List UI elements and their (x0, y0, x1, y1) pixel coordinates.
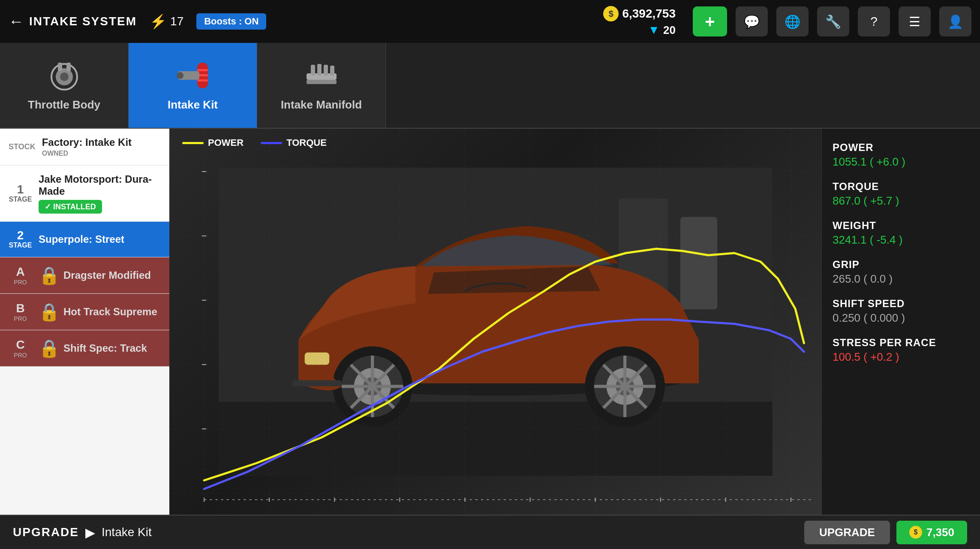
menu-button[interactable]: ☰ (899, 6, 931, 36)
list-item-pro-c[interactable]: C PRO 🔒 Shift Spec: Track (0, 330, 169, 367)
menu-icon: ☰ (909, 14, 920, 29)
gem-currency: ▼ 20 (648, 23, 676, 37)
torque-value: 867.0 ( +5.7 ) (833, 194, 969, 208)
profile-button[interactable]: 👤 (939, 6, 971, 36)
chart-legend: POWER TORQUE (182, 137, 327, 148)
installed-badge: ✓ INSTALLED (39, 200, 102, 214)
grip-label: GRIP (833, 259, 969, 271)
chat-icon: 💬 (744, 14, 760, 29)
shift-speed-value: 0.250 ( 0.000 ) (833, 311, 969, 325)
svg-point-2 (60, 72, 69, 81)
tab-intake-manifold-label: Intake Manifold (281, 98, 362, 112)
stress-value: 100.5 ( +0.2 ) (833, 350, 969, 364)
legend-torque: TORQUE (261, 137, 327, 148)
tab-throttle-body[interactable]: Throttle Body (0, 43, 129, 128)
stage2-name: Superpole: Street (39, 233, 161, 245)
legend-torque-label: TORQUE (286, 137, 327, 148)
grip-value: 265.0 ( 0.0 ) (833, 272, 969, 286)
stock-item-name: Factory: Intake Kit (42, 136, 161, 148)
legend-power-label: POWER (208, 137, 243, 148)
legend-power: POWER (182, 137, 243, 148)
svg-rect-4 (66, 63, 71, 71)
pro-c-badge: C PRO (9, 338, 32, 359)
torque-label: TORQUE (833, 181, 969, 193)
svg-rect-16 (307, 80, 337, 84)
intake-manifold-icon (300, 60, 343, 94)
list-item-stage1[interactable]: 1 STAGE Jake Motorsport: Dura-Made ✓ INS… (0, 166, 169, 222)
lock-icon-a: 🔒 (39, 265, 60, 286)
add-currency-button[interactable]: + (693, 6, 727, 36)
back-arrow-icon: ← (9, 12, 25, 30)
pro-c-info: 🔒 Shift Spec: Track (39, 338, 161, 359)
tab-intake-kit-label: Intake Kit (168, 98, 218, 112)
upgrade-label: UPGRADE (13, 525, 79, 539)
pro-a-badge: A PRO (9, 265, 32, 286)
pro-a-name: 🔒 Dragster Modified (39, 265, 161, 286)
stat-grip: GRIP 265.0 ( 0.0 ) (833, 259, 969, 286)
wrench-button[interactable]: 🔧 (817, 6, 849, 36)
tabs-row: Throttle Body Intake Kit (0, 43, 980, 129)
svg-rect-14 (324, 65, 328, 75)
stat-shift-speed: SHIFT SPEED 0.250 ( 0.000 ) (833, 298, 969, 325)
pro-b-name: 🔒 Hot Track Supreme (39, 302, 161, 322)
upgrade-grey-button[interactable]: UPGRADE (804, 521, 890, 544)
svg-rect-8 (197, 79, 208, 81)
stat-stress: STRESS PER RACE 100.5 ( +0.2 ) (833, 337, 969, 364)
power-line-indicator (182, 142, 204, 144)
gem-icon: ▼ (648, 23, 660, 37)
boost-badge[interactable]: Boosts : ON (196, 13, 266, 30)
play-icon: ▶ (85, 525, 95, 540)
list-item-pro-b[interactable]: B PRO 🔒 Hot Track Supreme (0, 294, 169, 330)
bottom-bar: UPGRADE ▶ Intake Kit UPGRADE $ 7,350 (0, 515, 980, 549)
lightning-badge: ⚡ 17 (150, 13, 183, 30)
torque-line-indicator (261, 142, 282, 144)
list-item-stage2[interactable]: 2 STAGE Superpole: Street (0, 222, 169, 257)
tab-intake-manifold[interactable]: Intake Manifold (257, 43, 386, 128)
main-content: STOCK Factory: Intake Kit OWNED 1 STAGE … (0, 129, 980, 515)
svg-rect-3 (58, 63, 62, 71)
list-item-stock[interactable]: STOCK Factory: Intake Kit OWNED (0, 129, 169, 166)
weight-value: 3241.1 ( -5.4 ) (833, 233, 969, 247)
stat-torque: TORQUE 867.0 ( +5.7 ) (833, 181, 969, 208)
power-value: 1055.1 ( +6.0 ) (833, 155, 969, 169)
lightning-icon: ⚡ (150, 13, 167, 30)
header: ← INTAKE SYSTEM ⚡ 17 Boosts : ON $ 6,392… (0, 0, 980, 43)
list-item-pro-a[interactable]: A PRO 🔒 Dragster Modified (0, 257, 169, 294)
chart-svg (169, 129, 821, 515)
back-button[interactable]: ← INTAKE SYSTEM (9, 12, 137, 30)
pro-a-info: 🔒 Dragster Modified (39, 265, 161, 286)
gold-coin-icon: $ (603, 6, 619, 21)
stat-weight: WEIGHT 3241.1 ( -5.4 ) (833, 220, 969, 247)
stress-label: STRESS PER RACE (833, 337, 969, 349)
stage2-info: Superpole: Street (39, 233, 161, 245)
help-button[interactable]: ? (858, 6, 890, 36)
stock-item-info: Factory: Intake Kit OWNED (42, 136, 161, 157)
lock-icon-b: 🔒 (39, 302, 60, 322)
stats-panel: POWER 1055.1 ( +6.0 ) TORQUE 867.0 ( +5.… (821, 129, 980, 515)
cost-coin-icon: $ (909, 526, 922, 539)
pro-b-info: 🔒 Hot Track Supreme (39, 302, 161, 322)
pro-c-name: 🔒 Shift Spec: Track (39, 338, 161, 359)
gold-currency: $ 6,392,753 (603, 6, 676, 21)
tab-intake-kit[interactable]: Intake Kit (129, 43, 257, 128)
profile-icon: 👤 (947, 14, 963, 29)
svg-rect-6 (197, 69, 208, 71)
page-title: INTAKE SYSTEM (29, 15, 137, 28)
stat-power: POWER 1055.1 ( +6.0 ) (833, 142, 969, 169)
bottom-right-actions: UPGRADE $ 7,350 (804, 521, 967, 544)
chat-button[interactable]: 💬 (736, 6, 768, 36)
stage1-name: Jake Motorsport: Dura-Made (39, 173, 161, 197)
svg-rect-13 (317, 64, 322, 75)
stock-stage-badge: STOCK (9, 142, 36, 151)
lightning-count: 17 (170, 15, 183, 28)
sidebar: STOCK Factory: Intake Kit OWNED 1 STAGE … (0, 129, 169, 515)
upgrade-cost-button[interactable]: $ 7,350 (896, 521, 967, 544)
help-icon: ? (870, 14, 878, 29)
stage1-info: Jake Motorsport: Dura-Made ✓ INSTALLED (39, 173, 161, 214)
globe-button[interactable]: 🌐 (776, 6, 809, 36)
svg-rect-12 (311, 65, 315, 75)
pro-b-badge: B PRO (9, 302, 32, 322)
wrench-icon: 🔧 (825, 14, 841, 29)
globe-icon: 🌐 (785, 14, 800, 29)
power-label: POWER (833, 142, 969, 154)
